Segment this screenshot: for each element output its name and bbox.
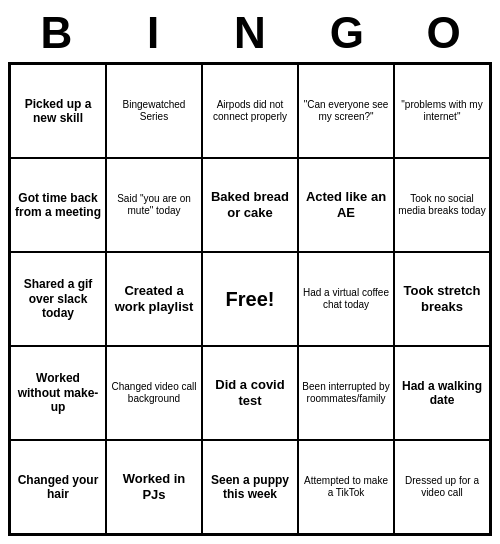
bingo-cell-4-1[interactable]: Worked in PJs: [106, 440, 202, 534]
bingo-cell-3-0[interactable]: Worked without make-up: [10, 346, 106, 440]
bingo-letter-b: B: [12, 8, 100, 58]
bingo-cell-4-0[interactable]: Changed your hair: [10, 440, 106, 534]
bingo-letter-g: G: [303, 8, 391, 58]
bingo-letter-o: O: [400, 8, 488, 58]
bingo-cell-2-4[interactable]: Took stretch breaks: [394, 252, 490, 346]
bingo-cell-3-1[interactable]: Changed video call background: [106, 346, 202, 440]
bingo-title: BINGO: [8, 8, 492, 58]
bingo-cell-1-0[interactable]: Got time back from a meeting: [10, 158, 106, 252]
bingo-cell-0-4[interactable]: "problems with my internet": [394, 64, 490, 158]
bingo-cell-2-2[interactable]: Free!: [202, 252, 298, 346]
bingo-cell-0-1[interactable]: Bingewatched Series: [106, 64, 202, 158]
bingo-letter-i: I: [109, 8, 197, 58]
bingo-cell-1-3[interactable]: Acted like an AE: [298, 158, 394, 252]
bingo-cell-1-1[interactable]: Said "you are on mute" today: [106, 158, 202, 252]
bingo-cell-4-4[interactable]: Dressed up for a video call: [394, 440, 490, 534]
bingo-cell-1-4[interactable]: Took no social media breaks today: [394, 158, 490, 252]
bingo-cell-4-2[interactable]: Seen a puppy this week: [202, 440, 298, 534]
bingo-cell-3-3[interactable]: Been interrupted by roommates/family: [298, 346, 394, 440]
bingo-cell-3-4[interactable]: Had a walking date: [394, 346, 490, 440]
bingo-cell-0-3[interactable]: "Can everyone see my screen?": [298, 64, 394, 158]
bingo-grid: Picked up a new skillBingewatched Series…: [8, 62, 492, 536]
bingo-cell-4-3[interactable]: Attempted to make a TikTok: [298, 440, 394, 534]
bingo-letter-n: N: [206, 8, 294, 58]
bingo-cell-2-0[interactable]: Shared a gif over slack today: [10, 252, 106, 346]
bingo-cell-2-3[interactable]: Had a virtual coffee chat today: [298, 252, 394, 346]
bingo-cell-1-2[interactable]: Baked bread or cake: [202, 158, 298, 252]
bingo-cell-0-2[interactable]: Airpods did not connect properly: [202, 64, 298, 158]
bingo-cell-0-0[interactable]: Picked up a new skill: [10, 64, 106, 158]
bingo-cell-2-1[interactable]: Created a work playlist: [106, 252, 202, 346]
bingo-cell-3-2[interactable]: Did a covid test: [202, 346, 298, 440]
